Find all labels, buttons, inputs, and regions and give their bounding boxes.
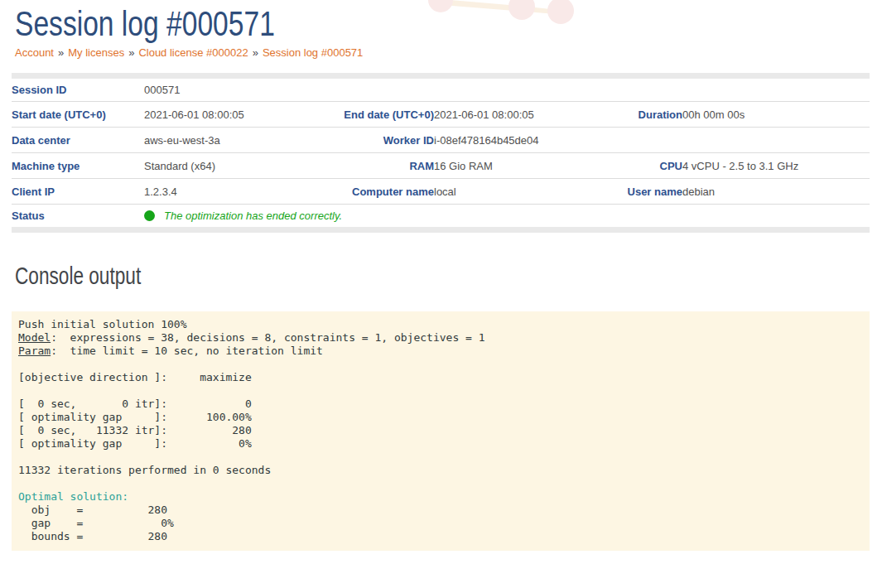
- table-row-status: Status The optimization has ended correc…: [12, 205, 870, 230]
- ram-label: RAM: [310, 153, 434, 179]
- end-date-value: 2021-06-01 08:00:05: [434, 102, 580, 128]
- computer-name-label: Computer name: [310, 179, 434, 205]
- computer-name-value: local: [434, 179, 580, 205]
- breadcrumb-link-cloud-license[interactable]: Cloud license #000022: [138, 46, 248, 59]
- console-model-keyword: Model: [18, 331, 51, 344]
- console-push-line: Push initial solution 100%: [18, 318, 187, 330]
- duration-value: 00h 00m 00s: [682, 102, 870, 128]
- breadcrumb-separator: »: [58, 46, 64, 59]
- console-output-heading: Console output: [15, 263, 682, 289]
- status-label: Status: [12, 205, 144, 230]
- table-row-client: Client IP 1.2.3.4 Computer name local Us…: [12, 179, 870, 205]
- duration-label: Duration: [580, 102, 682, 128]
- user-name-label: User name: [580, 179, 682, 205]
- console-output-box: Push initial solution 100% Model: expres…: [12, 311, 870, 551]
- machine-type-value: Standard (x64): [144, 153, 310, 179]
- data-center-label: Data center: [12, 128, 144, 153]
- console-progress-block: [objective direction ]: maximize [ 0 sec…: [18, 371, 271, 476]
- client-ip-value: 1.2.3.4: [144, 179, 310, 205]
- breadcrumb: Account»My licenses»Cloud license #00002…: [15, 46, 870, 59]
- breadcrumb-link-my-licenses[interactable]: My licenses: [68, 46, 124, 59]
- console-param-line: : time limit = 10 sec, no iteration limi…: [51, 345, 323, 357]
- table-row-dates: Start date (UTC+0) 2021-06-01 08:00:05 E…: [12, 102, 870, 128]
- console-solution-block: obj = 280 gap = 0% bounds = 280: [18, 504, 174, 542]
- start-date-value: 2021-06-01 08:00:05: [144, 102, 310, 128]
- cpu-value: 4 vCPU - 2.5 to 3.1 GHz: [682, 153, 870, 179]
- client-ip-label: Client IP: [12, 179, 144, 205]
- console-optimal-solution-label: Optimal solution:: [18, 490, 128, 503]
- cpu-label: CPU: [580, 153, 682, 179]
- console-param-keyword: Param: [18, 345, 51, 357]
- breadcrumb-link-session-log[interactable]: Session log #000571: [263, 46, 363, 59]
- breadcrumb-separator: »: [253, 46, 258, 59]
- session-id-label: Session ID: [12, 76, 144, 102]
- data-center-value: aws-eu-west-3a: [144, 128, 310, 153]
- breadcrumb-link-account[interactable]: Account: [15, 46, 54, 59]
- table-row-machine: Machine type Standard (x64) RAM 16 Gio R…: [12, 153, 870, 179]
- page: Session log #000571 Account»My licenses»…: [0, 5, 882, 551]
- page-title: Session log #000571: [15, 5, 699, 43]
- table-row-datacenter: Data center aws-eu-west-3a Worker ID i-0…: [12, 128, 870, 153]
- ram-value: 16 Gio RAM: [434, 153, 580, 179]
- session-id-value: 000571: [144, 76, 870, 102]
- end-date-label: End date (UTC+0): [310, 102, 434, 128]
- start-date-label: Start date (UTC+0): [12, 102, 144, 128]
- machine-type-label: Machine type: [12, 153, 144, 179]
- console-model-line: : expressions = 38, decisions = 8, const…: [51, 331, 484, 344]
- status-cell: The optimization has ended correctly.: [144, 205, 870, 230]
- status-message: The optimization has ended correctly.: [164, 210, 342, 222]
- user-name-value: debian: [682, 179, 870, 205]
- session-details-table: Session ID 000571 Start date (UTC+0) 202…: [12, 73, 870, 233]
- worker-id-label: Worker ID: [310, 128, 434, 153]
- table-row-session-id: Session ID 000571: [12, 76, 870, 102]
- worker-id-value: i-08ef478164b45de04: [434, 128, 870, 153]
- status-ok-dot-icon: [144, 210, 155, 221]
- breadcrumb-separator: »: [128, 46, 134, 59]
